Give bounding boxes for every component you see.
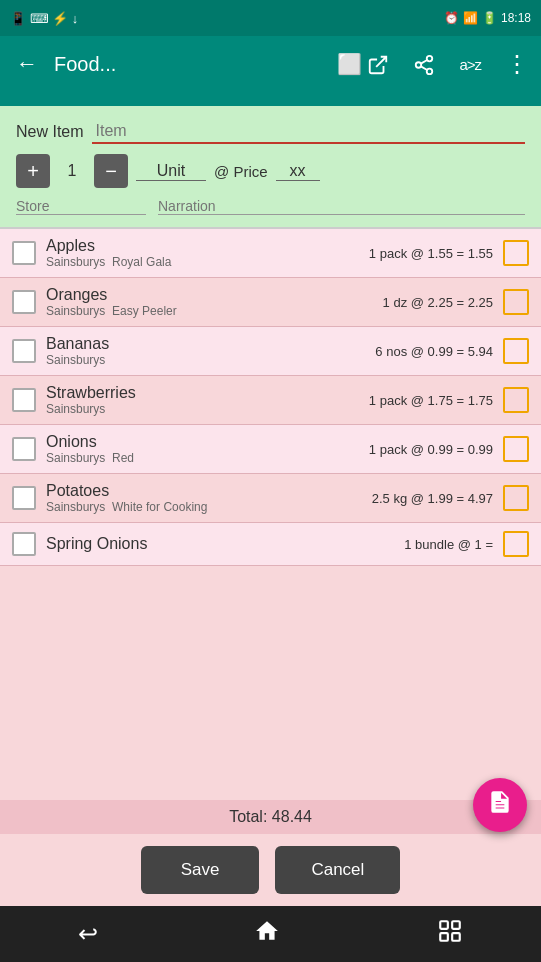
item-details: Strawberries Sainsburys xyxy=(46,384,369,416)
svg-line-0 xyxy=(377,57,387,67)
item-tick[interactable] xyxy=(503,338,529,364)
total-row: Total: 48.44 xyxy=(0,800,541,834)
item-checkbox[interactable] xyxy=(12,437,36,461)
cancel-button[interactable]: Cancel xyxy=(275,846,400,894)
at-price-label: @ Price xyxy=(214,163,268,180)
item-name: Apples xyxy=(46,237,369,255)
list-item: Bananas Sainsburys 6 nos @ 0.99 = 5.94 xyxy=(0,327,541,376)
list-item: Strawberries Sainsburys 1 pack @ 1.75 = … xyxy=(0,376,541,425)
svg-point-2 xyxy=(416,62,422,68)
more-options-icon[interactable]: ⋮ xyxy=(501,46,533,82)
item-sub: Sainsburys Red xyxy=(46,451,369,465)
form-row-1: New Item xyxy=(16,120,525,144)
item-tick[interactable] xyxy=(503,289,529,315)
list-item: Oranges Sainsburys Easy Peeler 1 dz @ 2.… xyxy=(0,278,541,327)
item-tick[interactable] xyxy=(503,531,529,557)
item-name: Bananas xyxy=(46,335,375,353)
item-checkbox[interactable] xyxy=(12,532,36,556)
item-name: Onions xyxy=(46,433,369,451)
list-item: Spring Onions 1 bundle @ 1 = xyxy=(0,523,541,566)
svg-rect-7 xyxy=(452,921,460,929)
status-bar: 📱 ⌨ ⚡ ↓ ⏰ 📶 🔋 18:18 xyxy=(0,0,541,36)
item-price-info: 2.5 kg @ 1.99 = 4.97 xyxy=(372,491,493,506)
svg-rect-8 xyxy=(440,933,448,941)
svg-point-3 xyxy=(427,69,433,75)
item-name: Strawberries xyxy=(46,384,369,402)
item-price-info: 1 dz @ 2.25 = 2.25 xyxy=(383,295,493,310)
save-button[interactable]: Save xyxy=(141,846,260,894)
list-item: Onions Sainsburys Red 1 pack @ 0.99 = 0.… xyxy=(0,425,541,474)
qty-increase-button[interactable]: − xyxy=(94,154,128,188)
item-tick[interactable] xyxy=(503,485,529,511)
item-tick[interactable] xyxy=(503,436,529,462)
fab-icon xyxy=(487,789,513,821)
notification-icons: 📱 ⌨ ⚡ ↓ xyxy=(10,11,78,26)
signal-icon: 📶 xyxy=(463,11,478,25)
store-input[interactable] xyxy=(16,198,146,215)
total-label: Total: xyxy=(229,808,267,825)
svg-rect-9 xyxy=(452,933,460,941)
list-item: Apples Sainsburys Royal Gala 1 pack @ 1.… xyxy=(0,229,541,278)
toolbar-actions: ⬜ a>z ⋮ xyxy=(333,46,533,82)
item-tick[interactable] xyxy=(503,240,529,266)
item-details: Potatoes Sainsburys White for Cooking xyxy=(46,482,372,514)
export-icon[interactable]: ⬜ xyxy=(333,48,394,81)
item-price-info: 1 pack @ 0.99 = 0.99 xyxy=(369,442,493,457)
alarm-icon: ⏰ xyxy=(444,11,459,25)
status-icons-left: 📱 ⌨ ⚡ ↓ xyxy=(10,11,78,26)
item-checkbox[interactable] xyxy=(12,290,36,314)
item-tick[interactable] xyxy=(503,387,529,413)
item-price-info: 1 pack @ 1.75 = 1.75 xyxy=(369,393,493,408)
new-item-label: New Item xyxy=(16,123,84,141)
bottom-nav: ↩ xyxy=(0,906,541,962)
svg-line-4 xyxy=(421,66,427,70)
item-name: Oranges xyxy=(46,286,383,304)
price-input[interactable] xyxy=(276,162,320,181)
item-price-info: 1 pack @ 1.55 = 1.55 xyxy=(369,246,493,261)
item-input[interactable] xyxy=(92,120,525,144)
list-item: Potatoes Sainsburys White for Cooking 2.… xyxy=(0,474,541,523)
qty-decrease-button[interactable]: + xyxy=(16,154,50,188)
top-spacer xyxy=(0,92,541,106)
item-sub: Sainsburys xyxy=(46,353,375,367)
item-checkbox[interactable] xyxy=(12,486,36,510)
svg-rect-6 xyxy=(440,921,448,929)
item-details: Apples Sainsburys Royal Gala xyxy=(46,237,369,269)
item-name: Spring Onions xyxy=(46,535,404,553)
text-format-icon[interactable]: a>z xyxy=(455,52,485,77)
form-row-3 xyxy=(16,198,525,215)
buttons-row: Save Cancel xyxy=(0,834,541,906)
svg-line-5 xyxy=(421,60,427,64)
item-details: Onions Sainsburys Red xyxy=(46,433,369,465)
total-value: 48.44 xyxy=(272,808,312,825)
item-details: Bananas Sainsburys xyxy=(46,335,375,367)
fab-button[interactable] xyxy=(473,778,527,832)
unit-input[interactable] xyxy=(136,162,206,181)
share-icon[interactable] xyxy=(409,48,439,80)
time-display: 18:18 xyxy=(501,11,531,25)
toolbar-title: Food... xyxy=(54,53,325,76)
item-price-info: 6 nos @ 0.99 = 5.94 xyxy=(375,344,493,359)
narration-input[interactable] xyxy=(158,198,525,215)
nav-back-icon[interactable]: ↩ xyxy=(78,920,98,948)
battery-icon: 🔋 xyxy=(482,11,497,25)
item-checkbox[interactable] xyxy=(12,339,36,363)
item-sub: Sainsburys Easy Peeler xyxy=(46,304,383,318)
svg-point-1 xyxy=(427,56,433,62)
new-item-form: New Item + 1 − @ Price xyxy=(0,106,541,227)
nav-recents-icon[interactable] xyxy=(437,918,463,950)
item-name: Potatoes xyxy=(46,482,372,500)
item-sub: Sainsburys Royal Gala xyxy=(46,255,369,269)
item-details: Spring Onions xyxy=(46,535,404,553)
item-price-info: 1 bundle @ 1 = xyxy=(404,537,493,552)
item-details: Oranges Sainsburys Easy Peeler xyxy=(46,286,383,318)
back-button[interactable]: ← xyxy=(8,43,46,85)
item-checkbox[interactable] xyxy=(12,241,36,265)
qty-value: 1 xyxy=(58,162,86,180)
item-checkbox[interactable] xyxy=(12,388,36,412)
nav-home-icon[interactable] xyxy=(254,918,280,950)
toolbar: ← Food... ⬜ a>z ⋮ xyxy=(0,36,541,92)
item-sub: Sainsburys White for Cooking xyxy=(46,500,372,514)
item-sub: Sainsburys xyxy=(46,402,369,416)
item-list: Apples Sainsburys Royal Gala 1 pack @ 1.… xyxy=(0,229,541,800)
